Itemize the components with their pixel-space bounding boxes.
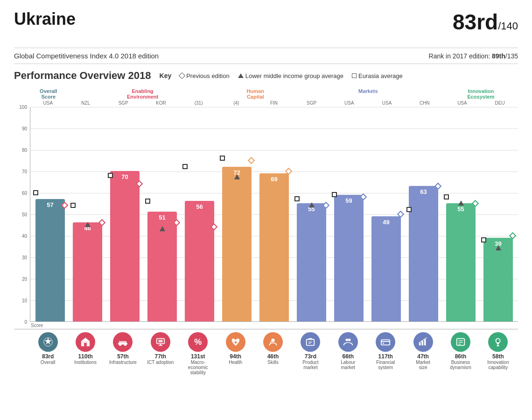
- svg-point-18: [348, 339, 351, 342]
- svg-rect-24: [424, 340, 426, 346]
- icon-inst: [76, 332, 95, 352]
- key-label: Key: [160, 72, 172, 79]
- bar-col-labour: 59: [331, 107, 367, 321]
- x-col-labour: 66th Labourmarket: [330, 332, 366, 375]
- rank-value: 83rd: [453, 10, 498, 34]
- icon-skills: [263, 332, 283, 352]
- best-biz: USA: [444, 100, 481, 106]
- icon-financial: [376, 332, 395, 352]
- x-col-infra: 57th Infrastructure: [105, 332, 141, 375]
- bar-financial: 49: [371, 216, 401, 321]
- bar-value-infrastructure: 70: [121, 173, 128, 180]
- section-overall-label: OverallScore: [30, 88, 67, 100]
- triangle-marker-ict: [160, 226, 165, 231]
- triangle-marker-institutions: [85, 222, 91, 227]
- square-marker-biz: [444, 194, 449, 199]
- triangle-icon: [238, 73, 244, 78]
- best-inst: NZL: [68, 100, 104, 106]
- bar-col-ict: 51: [144, 107, 180, 321]
- bar-col-infrastructure: 70: [107, 107, 143, 321]
- bar-col-macro: 56: [182, 107, 217, 321]
- subtitle-left: Global Competitiveness Index 4.0 2018 ed…: [14, 52, 159, 60]
- x-col-inst: 110th Institutions: [67, 332, 103, 375]
- bar-skills: 69: [259, 173, 289, 321]
- x-col-overall: 83rd Overall: [30, 332, 66, 375]
- key-previous-edition: Previous edition: [180, 72, 230, 79]
- bar-biz: 55: [446, 203, 476, 321]
- label-macro: Macro-economicstability: [188, 360, 208, 375]
- bar-value-overall: 57: [47, 201, 53, 208]
- ytick-40: 40: [22, 234, 27, 239]
- bar-health: 72: [222, 167, 252, 321]
- best-country-row: USA NZL SGP KOR (31) (4) FIN SGP USA USA…: [14, 100, 518, 106]
- label-mktsize: Marketsize: [416, 360, 430, 370]
- prev-rank-out: /135: [505, 52, 518, 60]
- svg-point-6: [119, 343, 122, 346]
- ytick-60: 60: [22, 191, 27, 196]
- square-marker-innov: [481, 237, 486, 242]
- best-product: SGP: [294, 100, 330, 106]
- key-eurasia: Eurasia average: [352, 72, 403, 79]
- icon-macro: %: [188, 332, 208, 352]
- label-inst: Institutions: [74, 360, 97, 365]
- section-markets-label: Markets: [294, 88, 442, 100]
- icon-infra: [113, 332, 133, 352]
- icon-innov: [488, 332, 508, 352]
- ytick-70: 70: [22, 169, 27, 174]
- x-col-health: 94th Health: [217, 332, 253, 375]
- svg-rect-23: [421, 341, 423, 345]
- square-marker-overall: [33, 190, 38, 195]
- bar-value-macro: 56: [196, 203, 203, 210]
- triangle-marker-health: [234, 174, 240, 179]
- bar-col-overall: 57: [32, 107, 68, 321]
- triangle-marker-product: [309, 202, 315, 207]
- bar-institutions: 46: [73, 222, 102, 321]
- rank-innov: 58th: [492, 353, 504, 360]
- bar-value-labour: 59: [345, 197, 352, 204]
- label-overall: Overall: [41, 360, 56, 365]
- svg-rect-14: [307, 340, 315, 346]
- label-skills: Skills: [267, 360, 278, 365]
- bar-labour: 59: [334, 195, 364, 321]
- section-headers: OverallScore EnablingEnvironment HumanCa…: [14, 88, 518, 100]
- bar-col-product: 55: [294, 107, 329, 321]
- subtitle-row: Global Competitiveness Index 4.0 2018 ed…: [14, 48, 518, 64]
- square-marker-product: [294, 196, 300, 201]
- square-marker-health: [220, 156, 225, 161]
- ytick-100: 100: [19, 105, 27, 110]
- best-infra: SGP: [105, 100, 141, 106]
- rank-display: 83rd/140: [453, 9, 518, 35]
- icon-ict: [151, 332, 170, 352]
- performance-title: Performance Overview 2018: [14, 70, 151, 82]
- bars-area: 57467051567269555949635539: [30, 107, 518, 322]
- x-axis-row: 83rd Overall 110th Institutions 57th Inf…: [14, 329, 518, 375]
- bar-product: 55: [297, 203, 326, 321]
- rank-inst: 110th: [78, 353, 92, 360]
- rank-macro: 131st: [191, 353, 205, 360]
- x-col-macro: % 131st Macro-economicstability: [180, 332, 216, 375]
- ytick-80: 80: [22, 148, 27, 153]
- svg-line-13: [271, 341, 272, 343]
- ytick-0: 0: [24, 320, 27, 325]
- ytick-10: 10: [22, 298, 27, 303]
- svg-rect-19: [381, 340, 390, 345]
- label-financial: Financialsystem: [376, 360, 395, 370]
- svg-rect-5: [119, 341, 127, 343]
- svg-rect-9: [158, 340, 162, 342]
- x-col-product: 73rd Productmarket: [293, 332, 329, 375]
- bar-value-financial: 49: [383, 219, 389, 226]
- bar-col-financial: 49: [368, 107, 404, 321]
- rank-biz: 86th: [455, 353, 467, 360]
- square-marker-macro: [182, 164, 188, 169]
- y-axis: 100 90 80 70 60 50 40 30 20 10 0: [14, 107, 30, 322]
- score-label-row: Score: [30, 323, 518, 328]
- x-col-innov: 58th Innovationcapability: [480, 332, 516, 375]
- key-eurasia-label: Eurasia average: [358, 72, 403, 79]
- key-lower-middle: Lower middle income group average: [238, 72, 343, 79]
- best-financial: USA: [369, 100, 405, 106]
- section-innovation-label: InnovationEcosystem: [444, 88, 518, 100]
- chart-area: 100 90 80 70 60 50 40 30 20 10 0 5746705…: [14, 107, 518, 322]
- label-labour: Labourmarket: [341, 360, 355, 370]
- svg-rect-21: [383, 343, 385, 344]
- icon-labour: [338, 332, 358, 352]
